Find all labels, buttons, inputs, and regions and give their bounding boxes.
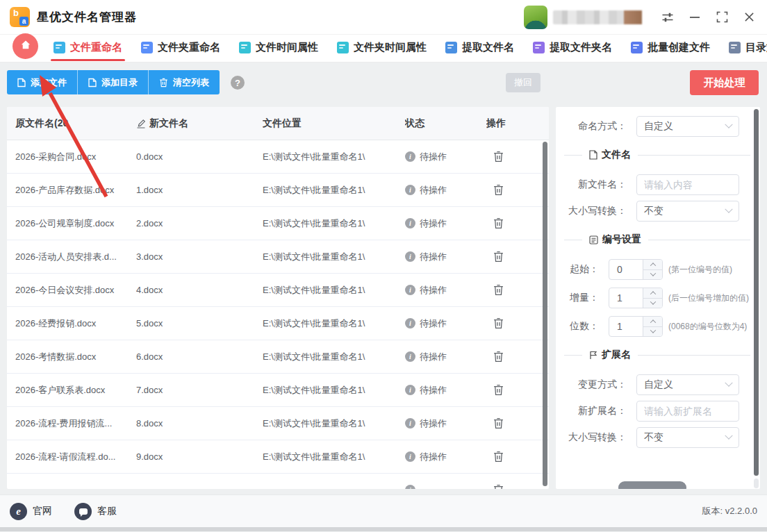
delete-row-button[interactable] [486,483,509,490]
home-button[interactable] [13,33,38,59]
cell-status: i 待操作 [405,317,486,330]
delete-row-button[interactable] [486,349,509,364]
file-rename-icon [53,42,65,53]
ext-case-convert-select[interactable]: 不变 [636,427,739,448]
tab-file-time[interactable]: 文件时间属性 [239,41,318,54]
official-website-link[interactable]: e 官网 [10,503,52,520]
info-icon: i [405,185,415,195]
new-filename-label: 新文件名： [564,178,627,191]
cell-status: i 待操作 [405,151,486,163]
add-file-button[interactable]: 添加文件 [7,70,78,94]
trash-icon [493,217,504,229]
delete-row-button[interactable] [486,283,509,297]
col-original-name: 原文件名(20 [15,117,136,130]
edit-icon [136,119,146,128]
number-stepper[interactable]: 1 [609,288,663,308]
change-mode-label: 变更方式： [564,379,627,391]
case-convert-select[interactable]: 不变 [636,201,739,222]
trash-icon [493,317,504,329]
maximize-button[interactable] [714,8,730,26]
change-mode-select[interactable]: 自定义 [636,374,739,395]
trash-icon [493,351,504,363]
cell-new-name: 3.docx [136,251,263,262]
ext-case-convert-label: 大小写转换： [564,431,627,444]
delete-row-button[interactable] [486,183,509,197]
tab-merge-extract[interactable]: 目录文件合并/提取 [729,41,767,54]
trash-icon [159,78,168,88]
tab-extract-foldername[interactable]: 提取文件夹名 [533,41,612,54]
increment-button[interactable] [643,288,662,299]
title-bar: b a 星优文件名管理器 [0,0,767,35]
number-field-label: 起始： [564,263,599,276]
cell-original-name: 2026-客户联系表.docx [15,384,136,397]
cell-new-name: 9.docx [136,451,263,462]
trash-icon [493,284,504,296]
tab-file-rename[interactable]: 文件重命名 [53,41,122,54]
delete-row-button[interactable] [486,149,509,164]
info-icon: i [405,218,415,228]
settings-scrollbar-track [754,479,759,488]
table-row: 2026-公司规章制度.docx 2.docx E:\测试文件\批量重命名1\ … [7,207,549,240]
number-stepper[interactable]: 1 [609,316,663,337]
minimize-button[interactable] [686,8,703,26]
cell-new-name: 5.docx [136,318,263,329]
app-title: 星优文件名管理器 [37,9,137,25]
tab-folder-time[interactable]: 文件夹时间属性 [337,41,427,54]
cell-new-name: 0.docx [136,151,263,162]
add-directory-button[interactable]: 添加目录 [78,70,149,94]
cell-original-name: 2026-产品库存数据.docx [15,184,136,197]
decrement-button[interactable] [643,299,662,308]
redacted-username [553,10,642,24]
naming-mode-select[interactable]: 自定义 [636,116,739,137]
undo-button[interactable]: 撤回 [506,73,541,92]
field-hint: (0068的编号位数为4) [668,321,747,333]
decrement-button[interactable] [643,270,662,280]
delete-row-button[interactable] [486,383,509,397]
table-row: 2026-流程-请假流程.do... 9.docx E:\测试文件\批量重命名1… [7,440,549,474]
settings-scrollbar[interactable] [754,109,759,476]
cell-original-name: 2026-流程-费用报销流... [15,417,136,430]
cell-location: E:\测试文件\批量重命名1\ [263,351,405,363]
trash-icon [493,251,504,263]
user-avatar[interactable] [524,6,547,29]
delete-row-button[interactable] [486,249,509,264]
extract-filename-icon [445,42,457,53]
close-button[interactable] [741,8,757,26]
new-filename-input[interactable] [636,174,739,195]
increment-button[interactable] [643,317,662,327]
cell-status: i 待操作 [405,217,486,230]
new-extension-input[interactable] [636,401,739,422]
increment-button[interactable] [643,260,662,270]
delete-row-button[interactable] [486,316,509,331]
delete-row-button[interactable] [486,416,509,431]
cell-status: i 待操作 [405,384,486,397]
clear-list-button[interactable]: 清空列表 [149,70,220,94]
table-row: 2026-产品库存数据.docx 1.docx E:\测试文件\批量重命名1\ … [7,174,549,207]
settings-sliders-icon[interactable] [659,8,676,26]
document-icon [589,150,597,160]
info-icon: i [405,251,415,262]
window-edge [0,527,767,531]
tab-batch-create[interactable]: 批量创建文件 [631,41,710,54]
cell-location: E:\测试文件\批量重命名1\ [263,251,405,263]
tab-extract-filename[interactable]: 提取文件名 [445,41,514,54]
cell-location: E:\测试文件\批量重命名1\ [263,151,405,163]
cell-original-name: 2026-采购合同.docx [15,151,136,163]
start-processing-button[interactable]: 开始处理 [690,70,759,95]
cell-original-name: 2026-考情数据.docx [15,351,136,363]
cell-original-name: 2026-今日会议安排.docx [15,284,136,297]
trash-icon [493,384,504,396]
table-row: 2026-今日会议安排.docx 4.docx E:\测试文件\批量重命名1\ … [7,274,549,307]
delete-row-button[interactable] [486,216,509,231]
chat-icon [74,503,92,520]
cell-location: E:\测试文件\批量重命名1\ [263,184,405,197]
decrement-button[interactable] [643,327,662,337]
delete-row-button[interactable] [486,449,509,464]
customer-service-link[interactable]: 客服 [74,503,117,520]
table-scrollbar[interactable] [543,142,547,486]
help-button[interactable]: ? [231,76,245,90]
tab-folder-rename[interactable]: 文件夹重命名 [141,41,220,54]
col-new-name: 新文件名 [136,117,263,130]
col-operation: 操作 [486,117,549,130]
number-stepper[interactable]: 0 [609,259,663,280]
